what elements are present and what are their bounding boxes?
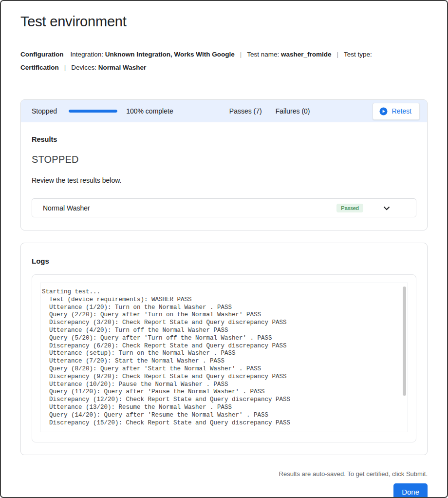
- log-scroll-area[interactable]: Starting test... Test (device requiremen…: [40, 283, 408, 432]
- progress-bar: [69, 110, 117, 113]
- configuration-label: Configuration: [20, 51, 63, 58]
- results-body: Results STOPPED Review the test results …: [21, 122, 427, 230]
- progress-bar-fill: [69, 110, 117, 113]
- footer-actions: Done: [20, 483, 428, 498]
- results-card: Stopped 100% complete Passes (7) Failure…: [20, 99, 428, 230]
- configuration-summary: ConfigurationIntegration: Unknown Integr…: [20, 48, 428, 74]
- config-separator: |: [332, 51, 344, 58]
- chevron-down-icon[interactable]: [382, 203, 392, 213]
- autosave-note: Results are auto-saved. To get certified…: [20, 470, 428, 478]
- retest-button-label: Retest: [392, 107, 411, 115]
- config-integration-label: Integration:: [70, 51, 105, 58]
- config-devices-label: Devices:: [71, 64, 98, 71]
- results-heading: Results: [32, 135, 416, 143]
- config-test-name-label: Test name:: [247, 51, 281, 58]
- config-devices-value: Normal Washer: [98, 64, 147, 71]
- results-state: STOPPED: [32, 154, 416, 165]
- status-bar: Stopped 100% complete Passes (7) Failure…: [21, 100, 427, 122]
- logs-heading: Logs: [32, 257, 416, 265]
- config-test-type-label: Test type:: [344, 51, 372, 58]
- scrollbar-thumb[interactable]: [403, 287, 406, 396]
- done-button[interactable]: Done: [393, 483, 428, 498]
- config-test-type-value: Certification: [20, 64, 59, 71]
- status-state: Stopped: [32, 107, 57, 115]
- results-description: Review the test results below.: [32, 176, 416, 184]
- device-name: Normal Washer: [43, 204, 90, 212]
- logs-card: Logs Starting test... Test (device requi…: [20, 243, 428, 455]
- failures-count: Failures (0): [276, 107, 310, 115]
- passes-count: Passes (7): [229, 107, 262, 115]
- passed-badge: Passed: [336, 204, 363, 212]
- config-test-name-value: washer_fromide: [281, 51, 332, 58]
- status-counters: Passes (7) Failures (0): [229, 107, 310, 115]
- play-icon: [379, 107, 388, 115]
- page-title: Test environment: [20, 14, 428, 30]
- retest-button[interactable]: Retest: [373, 103, 420, 120]
- log-text: Starting test... Test (device requiremen…: [40, 283, 408, 432]
- config-separator: |: [59, 64, 72, 71]
- logs-inner-panel: Starting test... Test (device requiremen…: [32, 274, 416, 442]
- test-environment-page: Test environment ConfigurationIntegratio…: [0, 0, 448, 498]
- progress-label: 100% complete: [126, 107, 173, 115]
- config-integration-value: Unknown Integration, Works With Google: [105, 51, 235, 58]
- config-separator: |: [235, 51, 247, 58]
- device-result-row[interactable]: Normal Washer Passed: [32, 198, 416, 217]
